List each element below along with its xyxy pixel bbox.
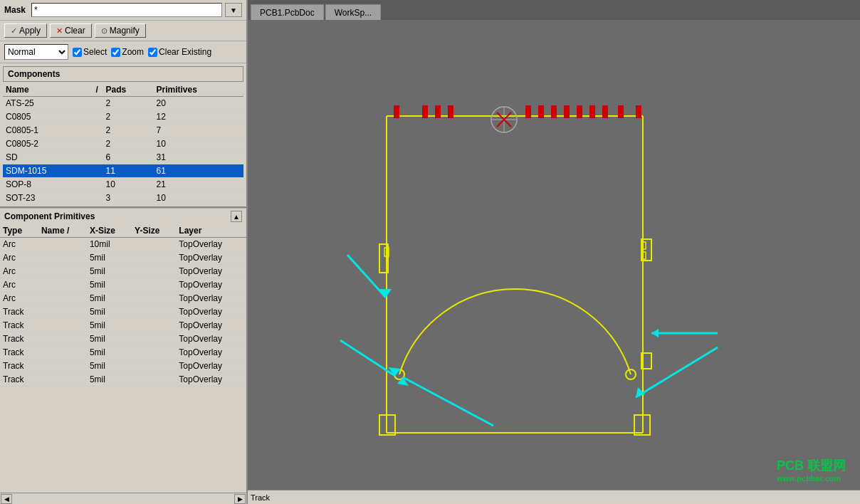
table-row[interactable]: Arc 5mil TopOverlay xyxy=(0,278,246,292)
prim-xsize: 5mil xyxy=(87,265,132,278)
table-row[interactable]: SOP-8 10 21 xyxy=(3,178,243,191)
comp-primitives: 20 xyxy=(153,97,243,110)
prim-type: Track xyxy=(0,319,38,332)
table-row[interactable]: Track 5mil TopOverlay xyxy=(0,332,246,346)
prim-ysize xyxy=(132,238,176,251)
scroll-right-btn[interactable]: ▶ xyxy=(234,494,246,504)
mode-select[interactable]: Normal Highlight Mask xyxy=(4,44,68,60)
comp-pads: 6 xyxy=(103,151,153,164)
bottom-scrollbar[interactable]: ◀ ▶ xyxy=(0,493,246,504)
scroll-up-button[interactable]: ▲ xyxy=(231,211,242,222)
status-bar: Track xyxy=(248,490,860,504)
zoom-checkbox-label[interactable]: Zoom xyxy=(111,47,144,57)
table-row[interactable]: Track 5mil TopOverlay xyxy=(0,319,246,332)
col-name[interactable]: Name xyxy=(3,83,93,97)
primitives-table-wrap[interactable]: Type Name / X-Size Y-Size Layer Arc 10mi… xyxy=(0,224,246,493)
table-row[interactable]: C0805-2 2 10 xyxy=(3,137,243,151)
chevron-down-icon: ▼ xyxy=(230,6,237,14)
prim-name xyxy=(38,305,87,319)
svg-rect-19 xyxy=(577,105,582,118)
table-row[interactable]: Arc 5mil TopOverlay xyxy=(0,292,246,305)
watermark-main: PCB 联盟网 xyxy=(777,457,846,474)
track-label: Track xyxy=(251,493,270,502)
comp-name: SOT-23 xyxy=(3,191,93,205)
table-row[interactable]: SD 6 31 xyxy=(3,151,243,164)
comp-pads: 2 xyxy=(103,137,153,151)
comp-name: SOP-8 xyxy=(3,178,93,191)
table-row[interactable]: Arc 5mil TopOverlay xyxy=(0,251,246,265)
comp-name: SDM-1015 xyxy=(3,164,93,178)
comp-sort xyxy=(93,164,103,178)
comp-sort xyxy=(93,124,103,137)
prim-xsize: 5mil xyxy=(87,292,132,305)
mask-label: Mask xyxy=(4,5,26,15)
prim-col-type[interactable]: Type xyxy=(0,224,38,238)
prim-layer: TopOverlay xyxy=(176,319,246,332)
comp-primitives: 7 xyxy=(153,124,243,137)
prim-name xyxy=(38,346,87,359)
tab-workspace[interactable]: WorkSp... xyxy=(325,4,381,20)
left-panel: Mask ▼ ✓ Apply ✕ Clear ⊙ Magnify Normal … xyxy=(0,0,248,504)
prim-col-layer[interactable]: Layer xyxy=(176,224,246,238)
table-row[interactable]: ATS-25 2 20 xyxy=(3,97,243,110)
prim-layer: TopOverlay xyxy=(176,251,246,265)
svg-rect-22 xyxy=(618,105,624,118)
prim-type: Arc xyxy=(0,238,38,251)
prim-xsize: 5mil xyxy=(87,251,132,265)
table-row[interactable]: Track 5mil TopOverlay xyxy=(0,373,246,387)
prim-name xyxy=(38,265,87,278)
prim-ysize xyxy=(132,332,176,346)
prim-name xyxy=(38,238,87,251)
components-title: Components xyxy=(3,66,243,82)
table-row[interactable]: Track 5mil TopOverlay xyxy=(0,359,246,373)
svg-rect-21 xyxy=(602,105,608,118)
apply-button[interactable]: ✓ Apply xyxy=(4,23,47,38)
prim-type: Track xyxy=(0,332,38,346)
scroll-left-btn[interactable]: ◀ xyxy=(1,494,12,504)
prim-type: Track xyxy=(0,359,38,373)
svg-rect-23 xyxy=(636,105,641,118)
table-row[interactable]: C0805-1 2 7 xyxy=(3,124,243,137)
comp-primitives: 21 xyxy=(153,178,243,191)
prim-col-ysize[interactable]: Y-Size xyxy=(132,224,176,238)
clear-existing-checkbox[interactable] xyxy=(148,48,157,57)
svg-rect-15 xyxy=(525,105,531,118)
clear-button[interactable]: ✕ Clear xyxy=(50,23,92,38)
table-row[interactable]: Track 5mil TopOverlay xyxy=(0,305,246,319)
prim-layer: TopOverlay xyxy=(176,359,246,373)
comp-sort xyxy=(93,137,103,151)
zoom-checkbox[interactable] xyxy=(111,48,120,57)
primitives-title: Component Primitives xyxy=(4,211,95,221)
svg-rect-6 xyxy=(394,105,399,118)
table-row[interactable]: SOT-23 3 10 xyxy=(3,191,243,205)
clear-existing-checkbox-label[interactable]: Clear Existing xyxy=(148,47,211,57)
comp-primitives: 10 xyxy=(153,191,243,205)
mask-dropdown[interactable]: ▼ xyxy=(225,3,242,17)
table-row[interactable]: SDM-1015 11 61 xyxy=(3,164,243,178)
pcb-canvas: PCB1.PcbDoc WorkSp... xyxy=(248,0,860,504)
prim-name xyxy=(38,278,87,292)
col-pads[interactable]: Pads xyxy=(103,83,153,97)
tab-pcb[interactable]: PCB1.PcbDoc xyxy=(251,4,324,20)
prim-layer: TopOverlay xyxy=(176,265,246,278)
magnify-button[interactable]: ⊙ Magnify xyxy=(95,23,146,38)
col-primitives[interactable]: Primitives xyxy=(153,83,243,97)
magnify-label: Magnify xyxy=(110,26,140,36)
col-sort[interactable]: / xyxy=(93,83,103,97)
prim-type: Track xyxy=(0,373,38,387)
prim-name xyxy=(38,251,87,265)
prim-type: Arc xyxy=(0,292,38,305)
prim-ysize xyxy=(132,292,176,305)
table-row[interactable]: Arc 5mil TopOverlay xyxy=(0,265,246,278)
mask-input[interactable] xyxy=(31,3,222,17)
table-row[interactable]: C0805 2 12 xyxy=(3,110,243,124)
svg-rect-17 xyxy=(551,105,557,118)
table-row[interactable]: Arc 10mil TopOverlay xyxy=(0,238,246,251)
mask-row: Mask ▼ xyxy=(0,0,246,21)
select-checkbox-label[interactable]: Select xyxy=(73,47,107,57)
comp-name: C0805-1 xyxy=(3,124,93,137)
table-row[interactable]: Track 5mil TopOverlay xyxy=(0,346,246,359)
prim-col-name[interactable]: Name / xyxy=(38,224,87,238)
select-checkbox[interactable] xyxy=(73,48,82,57)
prim-col-xsize[interactable]: X-Size xyxy=(87,224,132,238)
